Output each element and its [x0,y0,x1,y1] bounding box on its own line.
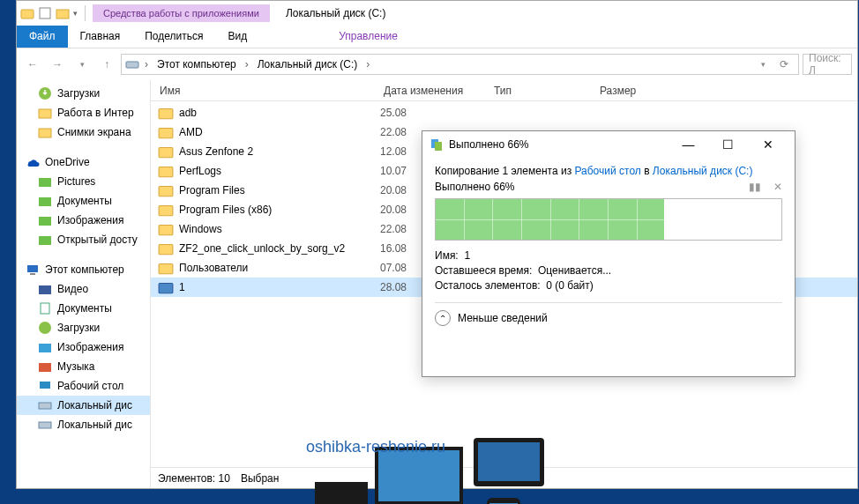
crumb-this-pc[interactable]: Этот компьютер [153,56,240,72]
svg-rect-25 [159,187,173,196]
progress-bar [435,198,782,241]
svg-rect-24 [159,167,173,177]
svg-rect-22 [159,129,173,138]
recent-dropdown[interactable]: ▾ [71,54,93,75]
svg-rect-38 [487,498,520,504]
app-icon [158,279,174,295]
downloads-icon [38,86,52,100]
sidebar-group-thispc[interactable]: Этот компьютер [17,260,150,279]
search-input[interactable]: Поиск: Л [803,54,852,75]
forward-button[interactable]: → [47,54,68,75]
svg-rect-13 [39,285,51,294]
sidebar-item-label: Рабочий стол [57,380,123,392]
refresh-icon[interactable]: ⟳ [773,54,795,75]
svg-rect-8 [39,197,51,206]
ribbon-tab-share[interactable]: Поделиться [132,26,215,48]
sidebar-item-label: Открытый досту [57,233,138,246]
folder-icon [158,144,174,159]
column-headers: Имя Дата изменения Тип Размер [151,80,857,101]
svg-rect-28 [159,245,173,255]
disk-icon [38,398,52,412]
file-name: ZF2_one_click_unlock_by_sorg_v2 [179,242,380,255]
sidebar-item-images[interactable]: Изображения [17,211,150,230]
sidebar-item-desktop[interactable]: Рабочий стол [17,376,150,396]
column-header-name[interactable]: Имя [151,81,375,100]
new-folder-icon[interactable] [56,6,70,20]
file-date: 25.08 [380,107,490,119]
sidebar-item-videos[interactable]: Видео [17,279,150,299]
sidebar-item-label: Загрузки [57,322,100,334]
file-name: adb [179,107,380,119]
sidebar-item-label: Музыка [57,360,94,373]
svg-rect-30 [159,284,173,293]
sidebar-item-documents[interactable]: Документы [17,299,150,318]
folder-icon [158,260,174,276]
disk-icon [125,57,139,71]
qat-dropdown-icon[interactable]: ▾ [73,9,78,18]
maximize-button[interactable]: ☐ [708,132,748,157]
folder-icon [158,182,174,198]
svg-rect-1 [40,8,50,19]
svg-rect-33 [378,450,459,501]
dest-link[interactable]: Локальный диск (C:) [653,165,753,177]
file-name: Пользователи [179,262,380,274]
pause-button[interactable]: ▮▮ [749,181,761,193]
svg-rect-7 [39,178,51,187]
sidebar-item-label: Локальный дис [57,419,132,431]
sidebar-item-local-disk[interactable]: Локальный дис [17,415,150,434]
crumb-local-disk[interactable]: Локальный диск (C:) [254,56,362,72]
sidebar-item-pictures[interactable]: Pictures [17,172,150,191]
sidebar-item-downloads[interactable]: Загрузки [17,318,150,337]
folder-icon [158,241,174,256]
column-header-date[interactable]: Дата изменения [375,81,485,100]
context-tab-app-tools[interactable]: Средства работы с приложениями [93,4,270,22]
properties-icon[interactable] [38,6,52,20]
cancel-button[interactable]: ✕ [773,181,782,193]
ribbon-tab-manage[interactable]: Управление [326,26,410,48]
pictures-icon [38,340,52,354]
svg-rect-9 [39,217,51,226]
chevron-right-icon[interactable]: › [243,58,250,70]
svg-rect-12 [30,273,35,275]
sidebar-item-folder[interactable]: Работа в Интер [17,103,150,122]
folder-icon [158,105,174,121]
ribbon-tab-file[interactable]: Файл [17,26,68,48]
svg-rect-6 [39,129,51,137]
source-link[interactable]: Рабочий стол [574,165,640,177]
folder-icon [158,221,174,237]
downloads-icon [38,321,52,335]
title-bar: ▾ Средства работы с приложениями Локальн… [17,1,857,26]
back-button[interactable]: ← [22,54,43,75]
sidebar-item-documents[interactable]: Документы [17,191,150,211]
close-button[interactable]: ✕ [748,132,788,157]
minimize-button[interactable]: — [669,132,708,157]
folder-icon [38,213,52,227]
column-header-type[interactable]: Тип [485,81,591,100]
column-header-size[interactable]: Размер [591,81,661,100]
folder-icon [158,163,174,179]
folder-icon [38,174,52,189]
folder-icon [38,106,52,120]
file-row[interactable]: adb25.08 [151,103,857,122]
dropdown-icon[interactable]: ▾ [752,54,773,75]
address-bar[interactable]: › Этот компьютер › Локальный диск (C:) ›… [121,54,799,75]
sidebar-item-public[interactable]: Открытый досту [17,230,150,249]
sidebar-item-music[interactable]: Музыка [17,357,150,376]
ribbon-tab-home[interactable]: Главная [68,26,133,48]
chevron-right-icon[interactable]: › [364,58,371,70]
window-title: Локальный диск (C:) [286,7,386,19]
sidebar-item-pictures[interactable]: Изображения [17,337,150,357]
sidebar-item-local-disk[interactable]: Локальный дис [17,396,150,415]
sidebar-item-downloads[interactable]: Загрузки [17,84,150,103]
ribbon-tab-view[interactable]: Вид [215,26,259,48]
sidebar-item-folder[interactable]: Снимки экрана [17,122,150,142]
svg-rect-2 [56,10,69,19]
details-toggle[interactable]: ⌃ Меньше сведений [435,310,782,326]
folder-icon [38,233,52,247]
sidebar-item-label: Документы [57,195,112,207]
sidebar-item-label: Этот компьютер [45,263,124,276]
dialog-titlebar[interactable]: Выполнено 66% — ☐ ✕ [422,131,795,158]
sidebar-group-onedrive[interactable]: OneDrive [17,152,150,172]
up-button[interactable]: ↑ [96,54,117,75]
chevron-right-icon[interactable]: › [143,58,150,70]
